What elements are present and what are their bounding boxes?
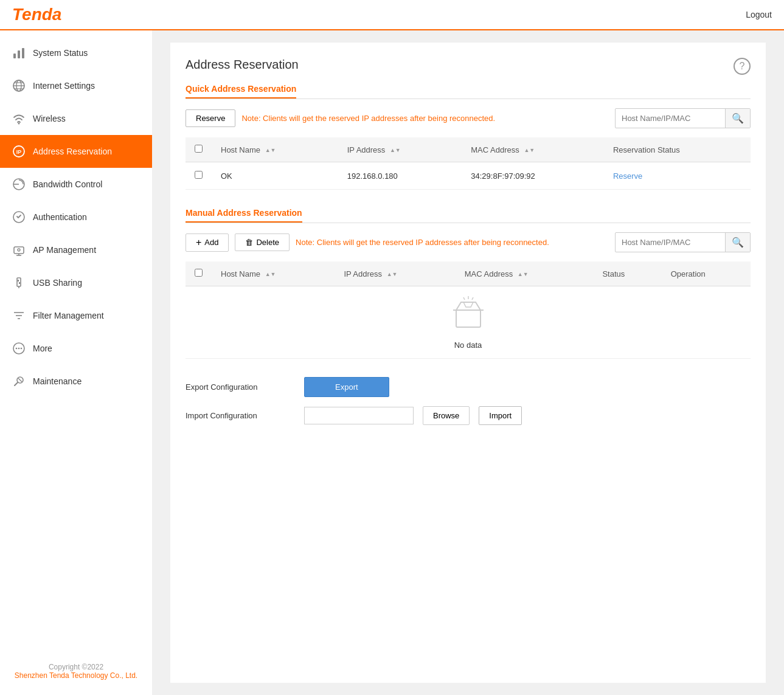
auth-icon [12, 210, 26, 224]
quick-section-tab[interactable]: Quick Address Reservation [186, 84, 296, 99]
sidebar-item-address-reservation[interactable]: IP Address Reservation [0, 135, 152, 168]
table-row: No data [186, 286, 751, 359]
manual-th-ip: IP Address ▲▼ [335, 261, 455, 286]
svg-line-34 [472, 297, 473, 300]
sidebar-item-internet-settings[interactable]: Internet Settings [0, 69, 152, 102]
company-text: Shenzhen Tenda Technology Co., Ltd. [12, 671, 140, 680]
manual-select-all-checkbox[interactable] [195, 269, 203, 277]
maintenance-icon [12, 375, 26, 388]
sidebar-item-ap-management[interactable]: AP Management [0, 233, 152, 266]
svg-point-17 [18, 249, 20, 251]
table-row: OK 192.168.0.180 34:29:8F:97:09:92 Reser… [186, 162, 751, 190]
sidebar-item-more[interactable]: More [0, 332, 152, 365]
sidebar-item-system-status[interactable]: System Status [0, 36, 152, 69]
hostname-sort-icon[interactable]: ▲▼ [265, 148, 276, 153]
help-icon[interactable]: ? [734, 58, 751, 75]
globe-icon [12, 79, 26, 92]
sidebar-item-usb-sharing[interactable]: USB Sharing [0, 266, 152, 299]
page-title: Address Reservation [186, 58, 299, 72]
manual-table-header-row: Host Name ▲▼ IP Address ▲▼ MAC Address ▲… [186, 261, 751, 286]
sidebar-label-internet-settings: Internet Settings [33, 81, 95, 91]
quick-th-mac: MAC Address ▲▼ [462, 137, 604, 162]
page-header: Address Reservation ? [186, 58, 751, 75]
export-row: Export Configuration Export [186, 377, 751, 397]
manual-search-input[interactable] [616, 234, 725, 251]
wifi-icon [12, 112, 26, 125]
no-data-label: No data [195, 341, 741, 350]
app-layout: System Status Internet Settings [0, 30, 784, 695]
manual-section-tab[interactable]: Manual Address Reservation [186, 208, 302, 223]
sidebar-item-bandwidth-control[interactable]: Bandwidth Control [0, 168, 152, 201]
row-reserve-link[interactable]: Reserve [613, 171, 642, 181]
sidebar-item-filter-management[interactable]: Filter Management [0, 299, 152, 332]
row-ip: 192.168.0.180 [338, 162, 462, 190]
export-label: Export Configuration [186, 382, 295, 392]
content-box: Address Reservation ? Quick Address Rese… [170, 43, 766, 683]
sidebar-label-bandwidth-control: Bandwidth Control [33, 179, 102, 189]
manual-th-status: Status [593, 261, 661, 286]
empty-box-icon [450, 295, 487, 331]
quick-note: Note: Clients will get the reserved IP a… [241, 114, 609, 123]
svg-rect-20 [18, 280, 19, 282]
quick-th-status: Reservation Status [604, 137, 751, 162]
manual-mac-sort-icon[interactable]: ▲▼ [518, 272, 529, 277]
svg-rect-2 [22, 48, 24, 58]
sidebar-nav: System Status Internet Settings [0, 36, 152, 654]
row-mac: 34:29:8F:97:09:92 [462, 162, 604, 190]
ip-icon: IP [12, 145, 26, 158]
sidebar-footer: Copyright ©2022 Shenzhen Tenda Technolog… [0, 654, 152, 689]
row-hostname: OK [212, 162, 338, 190]
usb-icon [12, 276, 26, 289]
svg-text:IP: IP [16, 149, 22, 155]
manual-th-mac: MAC Address ▲▼ [456, 261, 594, 286]
quick-table: Host Name ▲▼ IP Address ▲▼ MAC Address ▲… [186, 137, 751, 190]
quick-select-all-checkbox[interactable] [195, 145, 203, 153]
logo: Tenda [12, 5, 61, 24]
ip-sort-icon[interactable]: ▲▼ [390, 148, 401, 153]
svg-rect-0 [13, 54, 16, 58]
mac-sort-icon[interactable]: ▲▼ [524, 148, 535, 153]
reserve-button[interactable]: Reserve [186, 109, 235, 127]
sidebar-label-usb-sharing: USB Sharing [33, 278, 82, 288]
import-row: Import Configuration Browse Import [186, 406, 751, 425]
sidebar-label-ap-management: AP Management [33, 245, 96, 255]
sidebar-label-maintenance: Maintenance [33, 376, 82, 386]
manual-hostname-sort-icon[interactable]: ▲▼ [265, 272, 276, 277]
svg-point-27 [18, 348, 20, 350]
manual-search-button[interactable]: 🔍 [725, 233, 750, 252]
quick-search-button[interactable]: 🔍 [725, 109, 750, 128]
import-file-input[interactable] [304, 407, 414, 424]
svg-rect-21 [19, 282, 20, 284]
quick-th-hostname: Host Name ▲▼ [212, 137, 338, 162]
browse-button[interactable]: Browse [423, 406, 470, 425]
add-button[interactable]: + Add [186, 233, 229, 252]
sidebar-item-authentication[interactable]: Authentication [0, 201, 152, 233]
svg-point-26 [16, 348, 18, 350]
chart-icon [12, 46, 26, 60]
sidebar-label-system-status: System Status [33, 48, 88, 58]
sidebar: System Status Internet Settings [0, 30, 152, 695]
manual-th-hostname: Host Name ▲▼ [212, 261, 335, 286]
sidebar-item-maintenance[interactable]: Maintenance [0, 365, 152, 398]
manual-ip-sort-icon[interactable]: ▲▼ [387, 272, 398, 277]
sidebar-label-filter-management: Filter Management [33, 311, 104, 320]
manual-th-operation: Operation [662, 261, 751, 286]
sidebar-item-wireless[interactable]: Wireless [0, 102, 152, 135]
add-button-label: Add [204, 238, 218, 247]
row-checkbox[interactable] [195, 171, 203, 179]
delete-button-label: Delete [256, 238, 279, 247]
export-button[interactable]: Export [304, 377, 389, 397]
import-button[interactable]: Import [479, 406, 522, 425]
plus-icon: + [196, 238, 201, 247]
manual-toolbar: + Add 🗑 Delete Note: Clients will get th… [186, 232, 751, 252]
bandwidth-icon [12, 178, 26, 191]
manual-th-checkbox [186, 261, 212, 286]
svg-point-28 [21, 348, 23, 350]
logout-button[interactable]: Logout [746, 10, 772, 19]
delete-button[interactable]: 🗑 Delete [235, 233, 290, 251]
svg-rect-1 [18, 50, 20, 58]
import-label: Import Configuration [186, 411, 295, 420]
quick-search-input[interactable] [616, 110, 725, 126]
manual-search-box: 🔍 [615, 232, 751, 252]
more-icon [12, 342, 26, 355]
